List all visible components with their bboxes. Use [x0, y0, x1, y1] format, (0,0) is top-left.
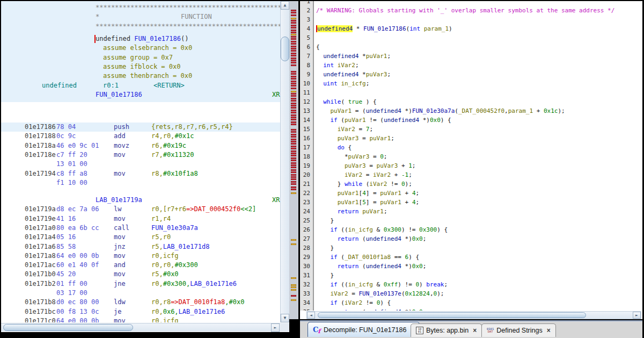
decompiler-line[interactable]: }: [316, 271, 642, 280]
change-marker[interactable]: [291, 114, 296, 116]
listing-row[interactable]: 01e171b8d0 ec 80 00ldwr0,r8=>DAT_0010f1a…: [1, 298, 280, 307]
change-marker[interactable]: [291, 176, 296, 178]
decompiler-code[interactable]: /* WARNING: Globals starting with '_' ov…: [316, 1, 642, 311]
change-marker[interactable]: [291, 81, 296, 82]
change-marker[interactable]: [291, 32, 296, 33]
change-marker[interactable]: [291, 43, 296, 45]
change-marker[interactable]: [291, 277, 296, 279]
decompiler-line[interactable]: [316, 1, 642, 6]
change-marker[interactable]: [291, 155, 296, 156]
change-marker[interactable]: [291, 153, 296, 154]
decompiler-line[interactable]: if (_DAT_0010f1a8 == 6) {: [316, 253, 642, 262]
change-marker[interactable]: [291, 105, 296, 106]
vertical-scrollbar-thumb[interactable]: [281, 37, 289, 61]
change-marker[interactable]: [291, 150, 296, 152]
change-marker[interactable]: [291, 100, 296, 102]
change-marker[interactable]: [291, 171, 296, 173]
assume-row[interactable]: assume thenbranch = 0x0: [1, 71, 280, 81]
listing-row[interactable]: 01e1718678 04push{rets,r8,r7,r6,r5,r4}: [1, 123, 280, 132]
listing-row[interactable]: 01e171b201 ff 00jner0,#0x300,LAB_01e171e…: [1, 279, 280, 289]
change-marker[interactable]: [291, 60, 296, 61]
change-marker[interactable]: [291, 64, 296, 66]
listing-row[interactable]: 01e171b045 20movr5,#0x0: [1, 270, 280, 279]
decompiler-line[interactable]: return (undefined4 *)0x0;: [316, 234, 642, 243]
listing-row[interactable]: 01e171880c 9caddr4,r0,#0x1c: [1, 132, 280, 141]
change-marker[interactable]: [291, 186, 296, 188]
decompiler-line[interactable]: [316, 15, 642, 24]
decompiler-line[interactable]: if ((in_icfg & 0x300) != 0x300) {: [316, 225, 642, 234]
change-marker[interactable]: [291, 239, 296, 241]
change-marker[interactable]: [291, 131, 296, 133]
function-signature[interactable]: undefined FUN_01e17186(): [1, 34, 280, 44]
change-marker[interactable]: [291, 103, 296, 104]
decompiler-line[interactable]: iVar2 = iVar2 + -1;: [316, 170, 642, 179]
change-marker[interactable]: [291, 295, 296, 297]
listing-row[interactable]: 01e1718ec7 ff 20movr7,#0x11320: [1, 150, 280, 160]
decompiler-line[interactable]: return (undefined4 *)0x0;: [316, 262, 642, 271]
change-marker[interactable]: [291, 46, 296, 47]
change-marker[interactable]: [291, 174, 296, 176]
change-marker[interactable]: [291, 57, 296, 59]
decompiler-line[interactable]: undefined4 *puVar3;: [316, 70, 642, 79]
change-marker[interactable]: [291, 30, 296, 31]
listing-row[interactable]: 01e171c064 e0 00 0bmovr0,icfg: [1, 317, 280, 322]
scroll-right-button[interactable]: ►: [271, 323, 280, 332]
change-marker[interactable]: [291, 112, 296, 113]
change-marker[interactable]: [291, 10, 296, 11]
change-marker[interactable]: [291, 189, 296, 190]
change-marker[interactable]: [291, 143, 296, 145]
change-marker[interactable]: [291, 164, 296, 166]
decompiler-line[interactable]: return puVar1;: [316, 207, 642, 216]
change-marker[interactable]: [291, 299, 296, 301]
change-marker[interactable]: [291, 95, 296, 97]
change-marker[interactable]: [291, 48, 296, 49]
decompiler-horizontal-scrollbar[interactable]: ◄ ►: [306, 311, 641, 319]
change-marker[interactable]: [291, 34, 296, 35]
listing-row[interactable]: 01e171a864 e0 00 0bmovr0,icfg: [1, 251, 280, 261]
decompiler-line[interactable]: [316, 33, 642, 42]
scroll-up-button[interactable]: ▲: [281, 1, 289, 10]
change-marker[interactable]: [291, 139, 296, 140]
change-marker[interactable]: [291, 50, 296, 52]
change-marker[interactable]: [291, 83, 296, 84]
decompiler-line[interactable]: uint in_icfg;: [316, 79, 642, 88]
decompiler-line[interactable]: iVar2 = FUN_01e0137e(0x12824,0);: [316, 289, 642, 298]
plate-comment[interactable]: ****************************************…: [1, 22, 280, 31]
listing-row[interactable]: 01e171ac60 e1 40 0fandr0,r0,#0x300: [1, 261, 280, 270]
tab-decompile[interactable]: CfDecompile: FUN_01e17186×: [308, 322, 420, 337]
listing-row[interactable]: 01e17194c8 ff a8movr8,#0x10f1a8: [1, 169, 280, 178]
decompiler-line[interactable]: /* WARNING: Globals starting with '_' ov…: [316, 6, 642, 15]
decompiler-line[interactable]: do {: [316, 143, 642, 152]
assume-row[interactable]: assume elsebranch = 0x0: [1, 44, 280, 53]
change-marker[interactable]: [291, 18, 296, 19]
change-marker[interactable]: [291, 162, 296, 164]
change-marker[interactable]: [291, 107, 296, 109]
change-marker[interactable]: [291, 15, 296, 16]
scroll-left-button[interactable]: ◄: [307, 312, 315, 319]
change-marker[interactable]: [291, 129, 296, 131]
tab-bytes[interactable]: 1001Bytes: app.bin×: [411, 323, 482, 337]
decompiler-line[interactable]: undefined4 * FUN_01e17186(int param_1): [316, 24, 642, 33]
listing-row[interactable]: 01e171a685 58jnzr5,LAB_01e171d8: [1, 242, 280, 251]
decompiler-line[interactable]: if ((in_icfg & 0xff) != 0) break;: [316, 280, 642, 289]
decompiler-line[interactable]: if (puVar1 != (undefined4 *)0x0) {: [316, 116, 642, 125]
change-marker[interactable]: [291, 78, 296, 80]
scroll-right-button[interactable]: ►: [633, 312, 641, 319]
decompiler-line[interactable]: undefined4 *puVar1;: [316, 52, 642, 61]
change-marker[interactable]: [291, 134, 296, 135]
listing-content[interactable]: ****************************************…: [1, 1, 280, 322]
decompiler-line[interactable]: puVar3 = puVar1;: [316, 134, 642, 143]
listing-row[interactable]: 03 17 00: [1, 289, 280, 298]
decompiler-line[interactable]: return (undefined4 *)0x0;: [316, 307, 642, 311]
change-marker[interactable]: [291, 117, 296, 118]
function-label-row[interactable]: FUN_01e17186XREF: [1, 90, 280, 99]
change-marker[interactable]: [291, 98, 296, 99]
close-icon[interactable]: ×: [473, 327, 477, 334]
change-marker[interactable]: [291, 183, 296, 185]
change-marker[interactable]: [291, 91, 296, 92]
decompiler-line[interactable]: }: [316, 216, 642, 225]
decompiler-line[interactable]: *puVar3 = 0;: [316, 152, 642, 161]
change-marker[interactable]: [291, 12, 296, 13]
assume-row[interactable]: assume ifblock = 0x0: [1, 62, 280, 71]
decompiler-line[interactable]: while( true ) {: [316, 97, 642, 106]
